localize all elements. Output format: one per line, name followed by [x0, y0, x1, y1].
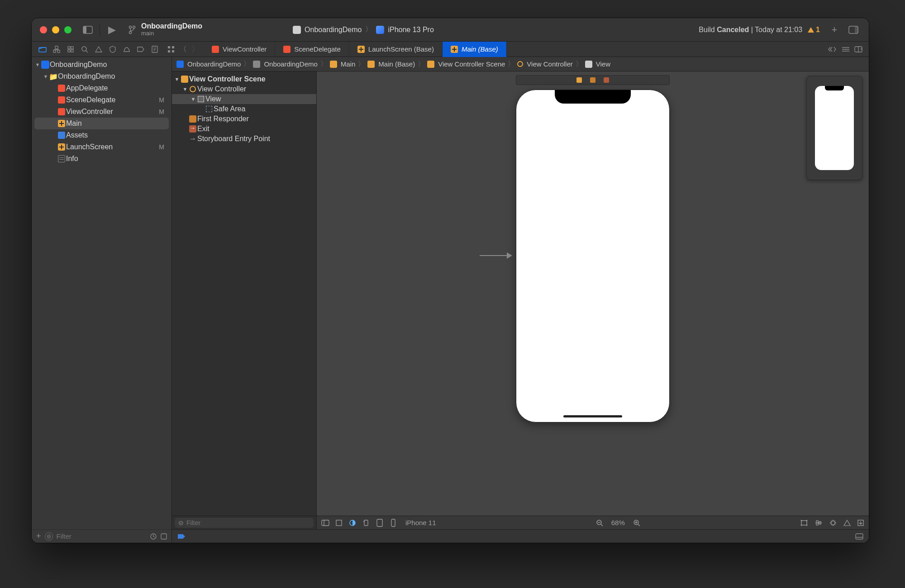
symbol-navigator-icon[interactable] [66, 45, 75, 54]
add-editor-icon[interactable]: + [854, 46, 862, 52]
pin-button[interactable] [829, 519, 837, 526]
scm-filter-icon[interactable] [161, 533, 167, 540]
project-title-group[interactable]: OnboardingDemo main [141, 23, 202, 36]
file-launchscreen[interactable]: LaunchScreenM [32, 141, 171, 153]
align-button[interactable] [814, 519, 823, 526]
outline-view[interactable]: ▼View [172, 94, 316, 104]
outline-firstresponder[interactable]: First Responder [172, 114, 316, 124]
file-main[interactable]: Main [34, 118, 169, 129]
file-appdelegate[interactable]: AppDelegate [32, 82, 171, 94]
scene-dock[interactable] [516, 75, 670, 85]
jump-seg[interactable]: OnboardingDemo [187, 60, 241, 68]
report-navigator-icon[interactable] [150, 45, 159, 54]
device-label[interactable]: iPhone 11 [405, 519, 436, 526]
tab-label: Main (Base) [462, 45, 498, 53]
file-scenedelegate[interactable]: SceneDelegateM [32, 94, 171, 106]
debug-navigator-icon[interactable] [122, 45, 131, 54]
toggle-navigator-button[interactable] [80, 22, 96, 38]
breakpoint-navigator-icon[interactable] [136, 45, 145, 54]
viewcontroller-dock-icon[interactable] [576, 77, 582, 83]
run-button[interactable]: ▶ [104, 24, 120, 36]
zoom-level[interactable]: 68% [611, 519, 625, 526]
file-viewcontroller[interactable]: ViewControllerM [32, 106, 171, 118]
layout-button[interactable] [335, 519, 343, 527]
editor-area: OnboardingDemo〉 OnboardingDemo〉 Main〉 Ma… [172, 57, 869, 543]
device-ipad-button[interactable] [376, 519, 384, 527]
recent-filter-icon[interactable] [150, 533, 157, 540]
tab-history: 〈 〉 [163, 42, 204, 57]
zoom-out-button[interactable] [596, 519, 603, 526]
tab-launchscreen[interactable]: LaunchScreen (Base) [349, 42, 443, 57]
outline-safearea[interactable]: Safe Area [172, 104, 316, 114]
zoom-window-button[interactable] [64, 26, 71, 33]
embed-button[interactable] [857, 519, 864, 526]
tab-scenedelegate[interactable]: SceneDelegate [275, 42, 349, 57]
entry-point-arrow[interactable] [480, 255, 511, 256]
scheme-selector[interactable]: OnboardingDemo 〉 iPhone 13 Pro [293, 25, 434, 34]
firstresponder-dock-icon[interactable] [590, 77, 595, 83]
back-button[interactable]: 〈 [179, 44, 187, 54]
source-control-navigator-icon[interactable] [52, 45, 61, 54]
code-review-icon[interactable] [828, 46, 837, 52]
jump-seg[interactable]: View Controller Scene [438, 60, 505, 68]
tab-label: SceneDelegate [294, 45, 341, 53]
zoom-in-button[interactable] [633, 519, 640, 526]
toggle-inspector-button[interactable] [845, 22, 862, 38]
disclosure-icon[interactable]: ▼ [43, 74, 49, 79]
breakpoint-toggle-button[interactable] [177, 534, 186, 539]
filter-scope-button[interactable]: ⊝ [45, 532, 53, 541]
outline-filter[interactable]: ⊝ [175, 518, 314, 528]
outline-tree[interactable]: ▼View Controller Scene ▼View Controller … [172, 71, 316, 516]
adjust-editor-icon[interactable] [842, 46, 850, 52]
jump-seg[interactable]: OnboardingDemo [264, 60, 317, 68]
svg-rect-33 [161, 534, 167, 539]
minimize-window-button[interactable] [52, 26, 59, 33]
group-row[interactable]: ▼ 📁 OnboardingDemo [32, 71, 171, 82]
navigator-filter-input[interactable] [57, 532, 146, 540]
activity-view[interactable]: Build Canceled | Today at 21:03 1 [699, 26, 820, 34]
outline-label: View [205, 95, 221, 103]
add-file-button[interactable]: + [36, 531, 41, 541]
warning-badge[interactable]: 1 [808, 26, 820, 34]
resolve-issues-button[interactable] [843, 520, 851, 526]
outline-filter-input[interactable] [186, 519, 310, 526]
minimap[interactable] [806, 76, 862, 180]
close-window-button[interactable] [40, 26, 47, 33]
outline-scene[interactable]: ▼View Controller Scene [172, 74, 316, 84]
viewcontroller-icon [190, 86, 196, 92]
toggle-outline-button[interactable] [321, 519, 329, 527]
outline-exit[interactable]: Exit [172, 124, 316, 134]
project-tree[interactable]: ▼ OnboardingDemo ▼ 📁 OnboardingDemo AppD… [32, 57, 171, 529]
svg-rect-9 [53, 50, 56, 52]
titlebar: ▶ OnboardingDemo main OnboardingDemo 〉 i… [32, 18, 869, 42]
jump-bar[interactable]: OnboardingDemo〉 OnboardingDemo〉 Main〉 Ma… [172, 57, 869, 71]
jump-seg[interactable]: View [596, 60, 610, 68]
project-navigator-icon[interactable] [38, 45, 47, 54]
library-button[interactable]: + [826, 22, 843, 38]
ib-canvas[interactable] [317, 71, 869, 516]
disclosure-icon[interactable]: ▼ [34, 62, 41, 67]
test-navigator-icon[interactable] [108, 45, 117, 54]
tab-viewcontroller[interactable]: ViewController [204, 42, 275, 57]
tab-main[interactable]: Main (Base) [443, 42, 507, 57]
jump-seg[interactable]: Main (Base) [378, 60, 415, 68]
project-root[interactable]: ▼ OnboardingDemo [32, 59, 171, 71]
jump-seg[interactable]: Main [341, 60, 356, 68]
file-info[interactable]: Info [32, 153, 171, 165]
device-frame[interactable] [516, 90, 670, 422]
update-frames-button[interactable] [800, 519, 808, 526]
issue-navigator-icon[interactable] [94, 45, 103, 54]
outline-entry[interactable]: →Storyboard Entry Point [172, 134, 316, 144]
find-navigator-icon[interactable] [80, 45, 89, 54]
related-items-icon[interactable] [167, 46, 175, 53]
forward-button[interactable]: 〉 [191, 44, 199, 54]
orientation-button[interactable] [362, 519, 370, 527]
file-assets[interactable]: Assets [32, 129, 171, 141]
jump-seg[interactable]: View Controller [527, 60, 572, 68]
appearance-button[interactable] [348, 519, 357, 527]
device-iphone-button[interactable] [389, 519, 397, 527]
notch [555, 90, 631, 104]
exit-dock-icon[interactable] [604, 77, 609, 83]
outline-vc[interactable]: ▼View Controller [172, 84, 316, 94]
toggle-debug-area-button[interactable] [855, 533, 863, 540]
